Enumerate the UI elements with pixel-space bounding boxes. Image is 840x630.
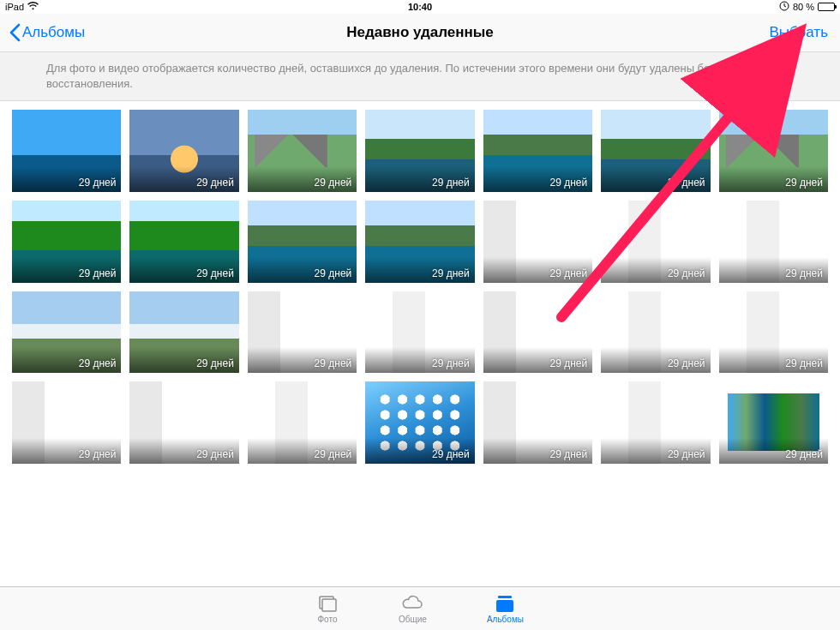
photo-thumb[interactable]: 29 дней: [12, 201, 121, 283]
battery-icon: [818, 3, 835, 11]
cloud-icon: [401, 593, 423, 614]
photo-thumb[interactable]: 29 дней: [365, 291, 474, 374]
days-remaining: 29 дней: [432, 177, 470, 189]
svg-rect-2: [322, 599, 336, 611]
svg-rect-3: [498, 596, 512, 598]
photo-thumb[interactable]: 29 дней: [601, 110, 710, 192]
wifi-icon: [27, 2, 39, 12]
photo-thumb[interactable]: 29 дней: [719, 201, 828, 283]
days-remaining: 29 дней: [315, 357, 352, 369]
photo-thumb[interactable]: 29 дней: [12, 291, 121, 374]
photos-icon: [316, 593, 339, 614]
tab-label: Альбомы: [487, 615, 524, 624]
photo-thumb[interactable]: 29 дней: [601, 201, 710, 283]
orientation-lock-icon: [779, 1, 789, 13]
photo-thumb[interactable]: 29 дней: [129, 110, 238, 192]
days-remaining: 29 дней: [785, 177, 823, 189]
info-banner-text: Для фото и видео отображается количество…: [46, 62, 785, 90]
photo-thumb[interactable]: 29 дней: [248, 291, 357, 374]
tab-albums[interactable]: Альбомы: [487, 593, 524, 624]
days-remaining: 29 дней: [79, 448, 117, 460]
days-remaining: 29 дней: [315, 267, 352, 279]
albums-icon: [494, 593, 516, 614]
photo-thumb[interactable]: 29 дней: [483, 201, 592, 283]
days-remaining: 29 дней: [196, 267, 234, 279]
battery-pct: 80 %: [793, 2, 814, 12]
photo-thumb[interactable]: 29 дней: [719, 381, 828, 464]
photo-grid-scroll[interactable]: 29 дней29 дней29 дней29 дней29 дней29 дн…: [0, 101, 840, 589]
page-title: Недавно удаленные: [346, 24, 494, 41]
days-remaining: 29 дней: [79, 267, 117, 279]
days-remaining: 29 дней: [785, 357, 823, 369]
days-remaining: 29 дней: [196, 177, 234, 189]
status-bar: iPad 10:40 80 %: [0, 0, 840, 14]
photo-thumb[interactable]: 29 дней: [365, 110, 474, 192]
photo-thumb[interactable]: 29 дней: [483, 110, 592, 192]
tab-shared[interactable]: Общие: [399, 593, 427, 624]
days-remaining: 29 дней: [196, 357, 234, 369]
days-remaining: 29 дней: [432, 267, 470, 279]
photo-thumb[interactable]: 29 дней: [365, 201, 474, 283]
back-label: Альбомы: [22, 24, 85, 41]
days-remaining: 29 дней: [668, 448, 705, 460]
svg-rect-4: [496, 600, 513, 612]
days-remaining: 29 дней: [315, 448, 352, 460]
days-remaining: 29 дней: [785, 267, 823, 279]
days-remaining: 29 дней: [549, 177, 587, 189]
photo-grid: 29 дней29 дней29 дней29 дней29 дней29 дн…: [12, 110, 828, 463]
info-banner: Для фото и видео отображается количество…: [0, 51, 840, 101]
days-remaining: 29 дней: [79, 177, 117, 189]
photo-thumb[interactable]: 29 дней: [719, 291, 828, 374]
photo-thumb[interactable]: 29 дней: [12, 381, 121, 464]
days-remaining: 29 дней: [549, 267, 587, 279]
photo-thumb[interactable]: 29 дней: [601, 291, 710, 374]
days-remaining: 29 дней: [785, 448, 823, 460]
clock: 10:40: [408, 2, 432, 12]
days-remaining: 29 дней: [668, 267, 705, 279]
photo-thumb[interactable]: 29 дней: [129, 381, 238, 464]
days-remaining: 29 дней: [79, 357, 117, 369]
days-remaining: 29 дней: [315, 177, 352, 189]
nav-bar: Альбомы Недавно удаленные Выбрать: [0, 14, 840, 51]
back-button[interactable]: Альбомы: [9, 23, 85, 42]
days-remaining: 29 дней: [668, 357, 705, 369]
tab-label: Фото: [318, 615, 338, 624]
photo-thumb[interactable]: 29 дней: [365, 381, 474, 464]
tab-photos[interactable]: Фото: [316, 593, 339, 624]
select-button[interactable]: Выбрать: [770, 24, 831, 41]
days-remaining: 29 дней: [549, 357, 587, 369]
photo-thumb[interactable]: 29 дней: [129, 291, 238, 374]
photo-thumb[interactable]: 29 дней: [601, 381, 710, 464]
photo-thumb[interactable]: 29 дней: [12, 110, 121, 192]
photo-thumb[interactable]: 29 дней: [248, 110, 357, 192]
photo-thumb[interactable]: 29 дней: [483, 381, 592, 464]
days-remaining: 29 дней: [196, 448, 234, 460]
days-remaining: 29 дней: [549, 448, 587, 460]
photo-thumb[interactable]: 29 дней: [248, 381, 357, 464]
days-remaining: 29 дней: [668, 177, 705, 189]
days-remaining: 29 дней: [432, 357, 470, 369]
photo-thumb[interactable]: 29 дней: [129, 201, 238, 283]
photo-thumb[interactable]: 29 дней: [719, 110, 828, 192]
photo-thumb[interactable]: 29 дней: [248, 201, 357, 283]
tab-label: Общие: [399, 615, 427, 624]
tab-bar: Фото Общие Альбомы: [0, 586, 840, 630]
chevron-left-icon: [9, 23, 21, 42]
days-remaining: 29 дней: [432, 448, 470, 460]
photo-thumb[interactable]: 29 дней: [483, 291, 592, 374]
device-label: iPad: [5, 2, 24, 12]
